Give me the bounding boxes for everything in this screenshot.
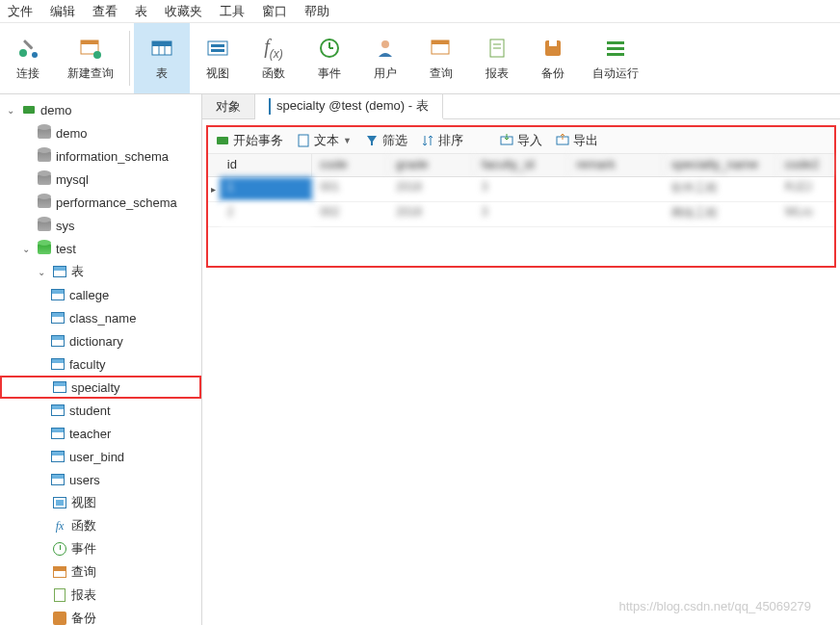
tool-report[interactable]: 报表 (469, 23, 525, 93)
db-node[interactable]: information_schema (0, 144, 201, 168)
data-panel: 开始事务 文本▼ 筛选 排序 导入 导出 id code grade facul… (206, 125, 836, 268)
table-node-class_name[interactable]: class_name (0, 306, 201, 329)
menu-fav[interactable]: 收藏夹 (165, 3, 202, 20)
connection-node[interactable]: ⌄ demo (0, 98, 201, 121)
tool-newquery[interactable]: 新建查询 (56, 23, 125, 93)
connection-icon (21, 102, 37, 117)
report-icon (484, 35, 511, 62)
expander-icon[interactable]: ⌄ (35, 267, 48, 277)
sort-button[interactable]: 排序 (421, 132, 463, 149)
svg-rect-24 (607, 41, 624, 44)
data-grid[interactable]: id code grade faculty_id remark specialt… (208, 154, 834, 266)
row-indicator-icon: ▸ (208, 177, 220, 201)
table-node-teacher[interactable]: teacher (0, 422, 201, 445)
svg-rect-25 (607, 47, 624, 50)
menu-file[interactable]: 文件 (8, 3, 33, 20)
table-icon (148, 35, 175, 62)
folder-save[interactable]: 备份 (0, 607, 201, 625)
fx-icon: f(x) (260, 35, 287, 62)
tool-view[interactable]: 视图 (190, 23, 246, 93)
table-icon (50, 449, 66, 464)
tables-folder[interactable]: ⌄ 表 (0, 260, 201, 283)
db-node[interactable]: sys (0, 214, 201, 237)
table-node-user_bind[interactable]: user_bind (0, 445, 201, 468)
tool-connect[interactable]: 连接 (0, 23, 56, 93)
svg-point-0 (19, 49, 27, 57)
table-icon (50, 333, 66, 349)
menu-help[interactable]: 帮助 (304, 3, 329, 20)
view-icon (204, 35, 231, 62)
table-row[interactable]: ▸ 1 001 2018 3 软件工程 RJZJ (208, 177, 834, 202)
autorun-icon (602, 35, 629, 62)
main-toolbar: 连接 新建查询 表 视图 f(x) 函数 事件 用户 查询 报表 备份 自动运行 (0, 23, 840, 94)
table-icon (50, 287, 66, 302)
filter-button[interactable]: 筛选 (365, 132, 407, 149)
folder-doc[interactable]: 报表 (0, 584, 201, 607)
column-header[interactable]: specialty_name (664, 154, 777, 176)
svg-rect-29 (299, 135, 308, 146)
table-node-dictionary[interactable]: dictionary (0, 329, 201, 352)
table-node-faculty[interactable]: faculty (0, 352, 201, 376)
text-button[interactable]: 文本▼ (297, 132, 352, 149)
database-icon (37, 241, 52, 256)
table-row[interactable]: 2 002 2018 3 网络工程 WLro (208, 202, 834, 227)
db-node[interactable]: demo (0, 121, 201, 144)
table-node-specialty[interactable]: specialty (0, 376, 201, 399)
begin-transaction-button[interactable]: 开始事务 (216, 132, 283, 149)
action-bar: 开始事务 文本▼ 筛选 排序 导入 导出 (208, 127, 834, 154)
svg-rect-10 (208, 41, 227, 55)
query-icon (428, 35, 455, 62)
menu-tools[interactable]: 工具 (220, 3, 245, 20)
tool-event[interactable]: 事件 (302, 23, 357, 93)
tool-backup[interactable]: 备份 (525, 23, 581, 93)
svg-rect-7 (152, 41, 171, 46)
folder-clock[interactable]: 事件 (0, 537, 201, 560)
column-header[interactable]: grade (388, 154, 474, 176)
export-button[interactable]: 导出 (556, 132, 598, 149)
column-header[interactable]: code2 (777, 154, 834, 176)
save-icon (52, 611, 67, 625)
table-node-users[interactable]: users (0, 468, 201, 491)
column-header[interactable]: code (312, 154, 388, 176)
watermark: https://blog.csdn.net/qq_45069279 (619, 599, 812, 613)
menu-window[interactable]: 窗口 (262, 3, 287, 20)
clock-icon (52, 541, 67, 557)
menu-view[interactable]: 查看 (92, 3, 118, 20)
expander-icon[interactable]: ⌄ (19, 244, 33, 254)
svg-rect-1 (23, 39, 34, 50)
doc-icon (52, 587, 67, 603)
table-icon (50, 403, 66, 418)
table-icon (50, 472, 66, 487)
column-header[interactable]: remark (568, 154, 663, 176)
table-node-student[interactable]: student (0, 399, 201, 422)
tool-autorun[interactable]: 自动运行 (581, 23, 650, 93)
tab-specialty[interactable]: specialty @test (demo) - 表 (255, 94, 443, 119)
folder-fx[interactable]: fx函数 (0, 514, 201, 537)
tab-object[interactable]: 对象 (202, 94, 255, 118)
column-header[interactable]: faculty_id (474, 154, 568, 176)
table-folder-icon (52, 264, 67, 279)
menu-table[interactable]: 表 (135, 3, 147, 20)
folder-table[interactable]: 查询 (0, 560, 201, 584)
column-id[interactable]: id (220, 154, 313, 176)
db-node[interactable]: performance_schema (0, 191, 201, 214)
db-node-test[interactable]: ⌄ test (0, 237, 201, 260)
main-panel: 对象 specialty @test (demo) - 表 开始事务 文本▼ 筛… (202, 94, 840, 625)
fx-icon: fx (52, 518, 67, 534)
tool-query[interactable]: 查询 (413, 23, 469, 93)
svg-point-16 (381, 40, 389, 48)
menu-edit[interactable]: 编辑 (50, 3, 75, 20)
import-button[interactable]: 导入 (500, 132, 542, 149)
menu-bar: 文件 编辑 查看 表 收藏夹 工具 窗口 帮助 (0, 0, 840, 23)
svg-rect-27 (23, 106, 35, 114)
tool-user[interactable]: 用户 (357, 23, 413, 93)
tool-table[interactable]: 表 (134, 23, 190, 93)
svg-rect-12 (211, 49, 224, 52)
expander-icon[interactable]: ⌄ (4, 105, 17, 116)
table-icon (50, 426, 66, 441)
svg-rect-18 (432, 40, 449, 44)
table-node-callege[interactable]: callege (0, 283, 201, 306)
tool-function[interactable]: f(x) 函数 (246, 23, 302, 93)
folder-view[interactable]: 视图 (0, 491, 201, 514)
db-node[interactable]: mysql (0, 168, 201, 191)
